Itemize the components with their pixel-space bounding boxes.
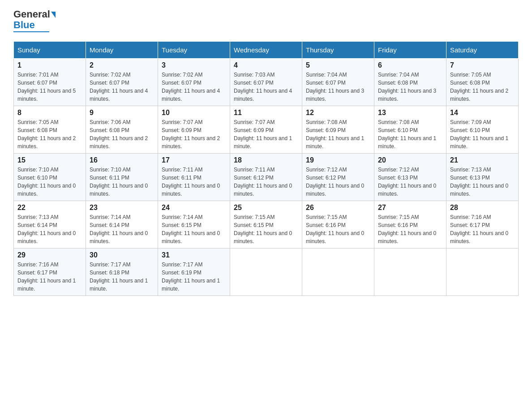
- calendar-cell: 30 Sunrise: 7:17 AMSunset: 6:18 PMDaylig…: [86, 248, 158, 296]
- day-info: Sunrise: 7:12 AMSunset: 6:12 PMDaylight:…: [306, 167, 364, 197]
- day-number: 13: [378, 109, 442, 117]
- day-info: Sunrise: 7:15 AMSunset: 6:15 PMDaylight:…: [234, 214, 292, 244]
- page-header: General Blue: [13, 9, 519, 32]
- day-number: 1: [17, 61, 82, 69]
- calendar-cell: 13 Sunrise: 7:08 AMSunset: 6:10 PMDaylig…: [374, 106, 446, 154]
- day-info: Sunrise: 7:04 AMSunset: 6:07 PMDaylight:…: [306, 72, 364, 102]
- day-info: Sunrise: 7:17 AMSunset: 6:18 PMDaylight:…: [90, 261, 148, 292]
- day-info: Sunrise: 7:08 AMSunset: 6:10 PMDaylight:…: [378, 119, 436, 150]
- calendar-cell: 22 Sunrise: 7:13 AMSunset: 6:14 PMDaylig…: [14, 201, 86, 248]
- day-number: 17: [162, 156, 226, 164]
- day-number: 4: [234, 61, 298, 69]
- calendar-cell: [302, 248, 374, 296]
- day-info: Sunrise: 7:05 AMSunset: 6:08 PMDaylight:…: [450, 72, 508, 102]
- day-number: 29: [17, 251, 82, 259]
- day-info: Sunrise: 7:10 AMSunset: 6:10 PMDaylight:…: [17, 167, 76, 197]
- calendar-cell: 1 Sunrise: 7:01 AMSunset: 6:07 PMDayligh…: [14, 59, 86, 106]
- day-number: 22: [17, 204, 82, 212]
- day-info: Sunrise: 7:03 AMSunset: 6:07 PMDaylight:…: [234, 72, 292, 102]
- day-number: 18: [234, 156, 298, 164]
- calendar-cell: 21 Sunrise: 7:13 AMSunset: 6:13 PMDaylig…: [446, 154, 519, 201]
- calendar-cell: 24 Sunrise: 7:14 AMSunset: 6:15 PMDaylig…: [158, 201, 230, 248]
- calendar-cell: [374, 248, 446, 296]
- calendar-cell: 14 Sunrise: 7:09 AMSunset: 6:10 PMDaylig…: [446, 106, 519, 154]
- day-info: Sunrise: 7:15 AMSunset: 6:16 PMDaylight:…: [306, 214, 364, 244]
- header-wednesday: Wednesday: [230, 42, 302, 59]
- day-number: 20: [378, 156, 442, 164]
- day-number: 30: [90, 251, 154, 259]
- day-info: Sunrise: 7:09 AMSunset: 6:10 PMDaylight:…: [450, 119, 508, 150]
- day-number: 9: [90, 109, 154, 117]
- day-info: Sunrise: 7:07 AMSunset: 6:09 PMDaylight:…: [162, 119, 220, 150]
- header-monday: Monday: [86, 42, 158, 59]
- calendar-cell: 4 Sunrise: 7:03 AMSunset: 6:07 PMDayligh…: [230, 59, 302, 106]
- day-info: Sunrise: 7:08 AMSunset: 6:09 PMDaylight:…: [306, 119, 364, 150]
- header-thursday: Thursday: [302, 42, 374, 59]
- day-number: 27: [378, 204, 442, 212]
- calendar-cell: 7 Sunrise: 7:05 AMSunset: 6:08 PMDayligh…: [446, 59, 519, 106]
- calendar-cell: 20 Sunrise: 7:12 AMSunset: 6:13 PMDaylig…: [374, 154, 446, 201]
- day-info: Sunrise: 7:02 AMSunset: 6:07 PMDaylight:…: [90, 72, 148, 102]
- calendar-cell: 31 Sunrise: 7:17 AMSunset: 6:19 PMDaylig…: [158, 248, 230, 296]
- calendar-cell: 19 Sunrise: 7:12 AMSunset: 6:12 PMDaylig…: [302, 154, 374, 201]
- day-info: Sunrise: 7:15 AMSunset: 6:16 PMDaylight:…: [378, 214, 436, 244]
- day-number: 10: [162, 109, 226, 117]
- day-number: 25: [234, 204, 298, 212]
- day-number: 21: [450, 156, 515, 164]
- day-number: 28: [450, 204, 515, 212]
- day-info: Sunrise: 7:04 AMSunset: 6:08 PMDaylight:…: [378, 72, 436, 102]
- calendar-cell: 5 Sunrise: 7:04 AMSunset: 6:07 PMDayligh…: [302, 59, 374, 106]
- logo-text: General Blue: [13, 9, 56, 30]
- calendar-cell: [446, 248, 519, 296]
- calendar-cell: 28 Sunrise: 7:16 AMSunset: 6:17 PMDaylig…: [446, 201, 519, 248]
- day-number: 16: [90, 156, 154, 164]
- calendar-cell: 2 Sunrise: 7:02 AMSunset: 6:07 PMDayligh…: [86, 59, 158, 106]
- calendar-cell: 16 Sunrise: 7:10 AMSunset: 6:11 PMDaylig…: [86, 154, 158, 201]
- calendar-week-row: 22 Sunrise: 7:13 AMSunset: 6:14 PMDaylig…: [14, 201, 519, 248]
- day-number: 2: [90, 61, 154, 69]
- header-saturday: Saturday: [446, 42, 519, 59]
- calendar-cell: 15 Sunrise: 7:10 AMSunset: 6:10 PMDaylig…: [14, 154, 86, 201]
- day-number: 5: [306, 61, 370, 69]
- calendar-header-row: SundayMondayTuesdayWednesdayThursdayFrid…: [14, 42, 519, 59]
- header-friday: Friday: [374, 42, 446, 59]
- day-info: Sunrise: 7:02 AMSunset: 6:07 PMDaylight:…: [162, 72, 220, 102]
- calendar-cell: 3 Sunrise: 7:02 AMSunset: 6:07 PMDayligh…: [158, 59, 230, 106]
- calendar-cell: [230, 248, 302, 296]
- day-info: Sunrise: 7:13 AMSunset: 6:14 PMDaylight:…: [17, 214, 76, 244]
- calendar-week-row: 8 Sunrise: 7:05 AMSunset: 6:08 PMDayligh…: [14, 106, 519, 154]
- calendar-week-row: 29 Sunrise: 7:16 AMSunset: 6:17 PMDaylig…: [14, 248, 519, 296]
- day-info: Sunrise: 7:10 AMSunset: 6:11 PMDaylight:…: [90, 167, 148, 197]
- calendar-table: SundayMondayTuesdayWednesdayThursdayFrid…: [13, 41, 519, 296]
- calendar-cell: 11 Sunrise: 7:07 AMSunset: 6:09 PMDaylig…: [230, 106, 302, 154]
- day-info: Sunrise: 7:14 AMSunset: 6:15 PMDaylight:…: [162, 214, 220, 244]
- day-number: 11: [234, 109, 298, 117]
- calendar-cell: 8 Sunrise: 7:05 AMSunset: 6:08 PMDayligh…: [14, 106, 86, 154]
- logo-underline: [13, 31, 49, 32]
- day-number: 31: [162, 251, 226, 259]
- calendar-cell: 18 Sunrise: 7:11 AMSunset: 6:12 PMDaylig…: [230, 154, 302, 201]
- calendar-cell: 10 Sunrise: 7:07 AMSunset: 6:09 PMDaylig…: [158, 106, 230, 154]
- logo: General Blue: [13, 9, 56, 32]
- day-number: 19: [306, 156, 370, 164]
- day-info: Sunrise: 7:12 AMSunset: 6:13 PMDaylight:…: [378, 167, 436, 197]
- day-info: Sunrise: 7:17 AMSunset: 6:19 PMDaylight:…: [162, 261, 220, 292]
- calendar-cell: 12 Sunrise: 7:08 AMSunset: 6:09 PMDaylig…: [302, 106, 374, 154]
- day-number: 3: [162, 61, 226, 69]
- day-info: Sunrise: 7:11 AMSunset: 6:12 PMDaylight:…: [234, 167, 292, 197]
- day-number: 15: [17, 156, 82, 164]
- day-info: Sunrise: 7:11 AMSunset: 6:11 PMDaylight:…: [162, 167, 220, 197]
- day-info: Sunrise: 7:07 AMSunset: 6:09 PMDaylight:…: [234, 119, 292, 150]
- day-number: 14: [450, 109, 515, 117]
- logo-blue: Blue: [13, 19, 35, 30]
- day-info: Sunrise: 7:16 AMSunset: 6:17 PMDaylight:…: [450, 214, 508, 244]
- calendar-week-row: 1 Sunrise: 7:01 AMSunset: 6:07 PMDayligh…: [14, 59, 519, 106]
- calendar-cell: 25 Sunrise: 7:15 AMSunset: 6:15 PMDaylig…: [230, 201, 302, 248]
- calendar-cell: 29 Sunrise: 7:16 AMSunset: 6:17 PMDaylig…: [14, 248, 86, 296]
- calendar-cell: 17 Sunrise: 7:11 AMSunset: 6:11 PMDaylig…: [158, 154, 230, 201]
- day-number: 23: [90, 204, 154, 212]
- logo-general: General: [13, 9, 50, 20]
- day-info: Sunrise: 7:01 AMSunset: 6:07 PMDaylight:…: [17, 72, 76, 102]
- calendar-cell: 9 Sunrise: 7:06 AMSunset: 6:08 PMDayligh…: [86, 106, 158, 154]
- day-number: 12: [306, 109, 370, 117]
